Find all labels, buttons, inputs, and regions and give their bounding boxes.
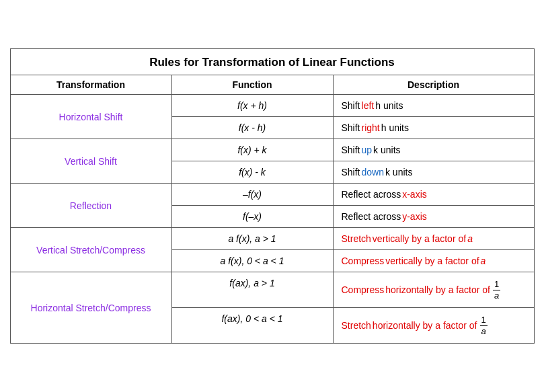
description-cell: Compress horizontally by a factor of 1a xyxy=(334,272,534,307)
transformation-label: Vertical Shift xyxy=(11,139,172,183)
transformation-table: Rules for Transformation of Linear Funct… xyxy=(10,48,535,344)
description-cell: Stretch horizontally by a factor of 1a xyxy=(334,308,534,343)
table-row: a f(x), a > 1Stretch vertically by a fac… xyxy=(172,228,534,250)
row-group: Reflection–f(x)Reflect across x-axisf(–x… xyxy=(11,184,534,228)
table-row: f(–x)Reflect across y-axis xyxy=(172,206,534,227)
description-cell: Stretch vertically by a factor of a xyxy=(334,228,534,249)
data-rows: f(x) + kShift up k unitsf(x) - kShift do… xyxy=(172,139,534,183)
table-row: f(x) + kShift up k units xyxy=(172,139,534,161)
description-cell: Shift down k units xyxy=(334,161,534,183)
transformation-label: Horizontal Shift xyxy=(11,95,172,139)
transformation-label: Vertical Stretch/Compress xyxy=(11,228,172,272)
function-cell: f(ax), 0 < a < 1 xyxy=(172,308,334,343)
description-cell: Compress vertically by a factor of a xyxy=(334,250,534,272)
table-row: –f(x)Reflect across x-axis xyxy=(172,184,534,206)
function-cell: f(x - h) xyxy=(172,117,334,139)
table-row: f(ax), a > 1Compress horizontally by a f… xyxy=(172,272,534,308)
description-cell: Reflect across y-axis xyxy=(334,206,534,227)
table-body: Horizontal Shiftf(x + h)Shift left h uni… xyxy=(11,95,534,343)
col-header-function: Function xyxy=(172,75,334,94)
table-row: a f(x), 0 < a < 1Compress vertically by … xyxy=(172,250,534,272)
table-row: f(x + h)Shift left h units xyxy=(172,95,534,117)
table-row: f(x) - kShift down k units xyxy=(172,161,534,183)
table-row: f(x - h)Shift right h units xyxy=(172,117,534,139)
function-cell: a f(x), 0 < a < 1 xyxy=(172,250,334,272)
data-rows: –f(x)Reflect across x-axisf(–x)Reflect a… xyxy=(172,184,534,227)
description-cell: Shift right h units xyxy=(334,117,534,139)
function-cell: f(–x) xyxy=(172,206,334,227)
data-rows: a f(x), a > 1Stretch vertically by a fac… xyxy=(172,228,534,272)
col-header-description: Description xyxy=(334,75,534,94)
table-row: f(ax), 0 < a < 1Stretch horizontally by … xyxy=(172,308,534,343)
row-group: Vertical Shiftf(x) + kShift up k unitsf(… xyxy=(11,139,534,184)
description-cell: Shift left h units xyxy=(334,95,534,116)
column-headers: Transformation Function Description xyxy=(11,75,534,95)
function-cell: f(ax), a > 1 xyxy=(172,272,334,307)
function-cell: –f(x) xyxy=(172,184,334,205)
data-rows: f(ax), a > 1Compress horizontally by a f… xyxy=(172,272,534,343)
description-cell: Shift up k units xyxy=(334,139,534,161)
transformation-label: Horizontal Stretch/Compress xyxy=(11,272,172,343)
function-cell: f(x + h) xyxy=(172,95,334,116)
function-cell: f(x) - k xyxy=(172,161,334,183)
row-group: Horizontal Stretch/Compressf(ax), a > 1C… xyxy=(11,272,534,343)
description-cell: Reflect across x-axis xyxy=(334,184,534,205)
function-cell: a f(x), a > 1 xyxy=(172,228,334,249)
table-title: Rules for Transformation of Linear Funct… xyxy=(11,49,534,75)
transformation-label: Reflection xyxy=(11,184,172,227)
row-group: Vertical Stretch/Compressa f(x), a > 1St… xyxy=(11,228,534,272)
function-cell: f(x) + k xyxy=(172,139,334,161)
row-group: Horizontal Shiftf(x + h)Shift left h uni… xyxy=(11,95,534,139)
data-rows: f(x + h)Shift left h unitsf(x - h)Shift … xyxy=(172,95,534,139)
col-header-transformation: Transformation xyxy=(11,75,172,94)
